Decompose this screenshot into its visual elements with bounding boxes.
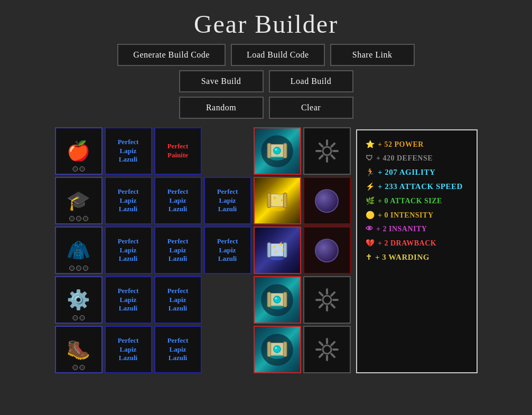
enchant-1-1[interactable]: PerfectLapizLazuli <box>105 127 152 175</box>
svg-point-55 <box>323 345 331 354</box>
svg-rect-18 <box>283 193 287 208</box>
enchant-4-2[interactable]: PerfectLapizLazuli <box>154 276 202 324</box>
stat-attack-size: 🌿 + 0 ATTACK SIZE <box>366 196 468 205</box>
share-link-button[interactable]: Share Link <box>330 44 415 66</box>
enchant-5-2[interactable]: PerfectLapizLazuli <box>154 326 202 373</box>
scroll-slot-4[interactable] <box>254 276 301 324</box>
drawback-icon: 💔 <box>366 239 375 248</box>
enchant-3-1-text: PerfectLapizLazuli <box>118 237 139 264</box>
scroll-slot-3[interactable]: ⚡ ⚡ ⚡ ⚡ <box>254 227 301 274</box>
scroll-slot-1[interactable] <box>254 127 301 175</box>
random-button[interactable]: Random <box>179 97 264 119</box>
power-text: + 52 POWER <box>378 140 424 149</box>
svg-point-23 <box>269 206 285 211</box>
svg-line-61 <box>331 354 334 357</box>
toolbar-row-3: Random Clear <box>179 97 353 119</box>
gem-dot <box>72 166 78 172</box>
svg-point-7 <box>323 147 331 155</box>
blue-scroll-icon: ⚡ ⚡ ⚡ ⚡ <box>260 233 294 268</box>
svg-rect-50 <box>267 342 270 356</box>
intensity-text: + 0 INTENSITY <box>378 211 434 220</box>
enchant-3-2[interactable]: PerfectLapizLazuli <box>154 227 202 274</box>
svg-rect-51 <box>283 342 287 356</box>
gear-slot-2[interactable]: 🎓 <box>55 177 102 224</box>
gem-dots-5 <box>72 365 85 370</box>
enchant-2-1[interactable]: PerfectLapizLazuli <box>105 177 152 224</box>
gold-scroll-icon: ✦ ✦ ✦ ✦ <box>260 184 294 218</box>
settings-slot-4[interactable] <box>303 276 351 324</box>
scroll-slot-5[interactable] <box>254 326 301 373</box>
warding-icon: ✝ <box>366 253 372 262</box>
generate-build-code-button[interactable]: Generate Build Code <box>117 44 226 66</box>
toolbar-row-2: Save Build Load Build <box>179 70 353 92</box>
clear-button[interactable]: Clear <box>269 97 353 119</box>
insanity-icon: 👁 <box>366 225 374 233</box>
settings-slot-5[interactable] <box>303 326 351 373</box>
attack-size-icon: 🌿 <box>366 196 375 205</box>
svg-line-13 <box>331 155 334 158</box>
svg-point-5 <box>275 148 277 150</box>
amulet-icon: 🍎 <box>67 142 90 161</box>
enchant-5-1[interactable]: PerfectLapizLazuli <box>105 326 152 373</box>
svg-line-46 <box>331 293 334 296</box>
gem-dots-2 <box>69 216 88 221</box>
gear-slot-5[interactable]: 🥾 <box>55 326 102 373</box>
enchant-3-1[interactable]: PerfectLapizLazuli <box>105 227 152 274</box>
gem-dots-4 <box>72 315 85 320</box>
svg-text:⚡: ⚡ <box>277 240 284 247</box>
gem-circle-3 <box>315 239 339 262</box>
insanity-text: + 2 INSANITY <box>376 225 427 233</box>
svg-line-45 <box>331 304 334 307</box>
gear-grid: 🍎 PerfectLapizLazuli PerfectPainite <box>55 127 351 373</box>
warding-text: + 3 WARDING <box>375 253 430 262</box>
gear-slot-4[interactable]: ⚙️ <box>55 276 102 324</box>
stat-power: ⭐ + 52 POWER <box>366 140 468 149</box>
belt-icon: ⚙️ <box>67 290 90 309</box>
settings-slot-1[interactable] <box>303 127 351 175</box>
stat-agility: 🏃 + 207 AGILITY <box>366 168 468 177</box>
svg-point-52 <box>274 345 281 352</box>
stat-warding: ✝ + 3 WARDING <box>366 253 468 262</box>
svg-point-37 <box>275 297 277 299</box>
gem-slot-3[interactable] <box>303 227 351 274</box>
svg-text:✦: ✦ <box>275 200 278 204</box>
enchant-4-2-text: PerfectLapizLazuli <box>167 287 189 314</box>
enchant-3-2-text: PerfectLapizLazuli <box>167 237 189 264</box>
scroll-slot-2[interactable]: ✦ ✦ ✦ ✦ <box>254 177 301 224</box>
enchant-3-3[interactable]: PerfectLapizLazuli <box>204 227 251 274</box>
svg-line-60 <box>319 342 322 345</box>
svg-rect-25 <box>267 242 270 257</box>
gear-settings-icon-4 <box>314 287 340 313</box>
gear-slot-3[interactable]: 🧥 <box>55 227 102 274</box>
page-title: Gear Builder <box>0 0 532 44</box>
gem-dot <box>72 365 78 370</box>
load-build-code-button[interactable]: Load Build Code <box>231 44 325 66</box>
stat-attack-speed: ⚡ + 233 ATTACK SPEED <box>366 182 468 191</box>
gem-slot-2[interactable] <box>303 177 351 224</box>
gear-slot-1[interactable]: 🍎 <box>55 127 102 175</box>
enchant-4-1[interactable]: PerfectLapizLazuli <box>105 276 152 324</box>
toolbar-row-1: Generate Build Code Load Build Code Shar… <box>117 44 414 66</box>
svg-point-6 <box>270 156 284 161</box>
enchant-1-2[interactable]: PerfectPainite <box>154 127 202 175</box>
svg-point-36 <box>274 296 281 303</box>
teal-scroll-icon <box>260 134 294 168</box>
svg-point-31 <box>270 257 284 260</box>
svg-point-53 <box>275 347 277 349</box>
enchant-2-3[interactable]: PerfectLapizLazuli <box>204 177 251 224</box>
svg-text:⚡: ⚡ <box>274 249 278 253</box>
enchant-1-1-text: PerfectLapizLazuli <box>118 138 139 165</box>
main-area: 🍎 PerfectLapizLazuli PerfectPainite <box>0 127 532 373</box>
svg-text:✦: ✦ <box>280 197 284 202</box>
gem-dot <box>72 315 78 320</box>
gem-dots-1 <box>72 166 85 172</box>
svg-rect-35 <box>283 292 287 307</box>
load-build-button[interactable]: Load Build <box>269 70 353 92</box>
enchant-2-2[interactable]: PerfectLapizLazuli <box>154 177 202 224</box>
attack-size-text: + 0 ATTACK SIZE <box>378 197 442 205</box>
robe-icon: 🧥 <box>67 241 90 260</box>
save-build-button[interactable]: Save Build <box>179 70 264 92</box>
enchant-1-2-text: PerfectPainite <box>167 142 189 160</box>
stat-defense: 🛡 + 420 DEFENSE <box>366 154 468 163</box>
stat-drawback: 💔 + 2 DRAWBACK <box>366 239 468 248</box>
